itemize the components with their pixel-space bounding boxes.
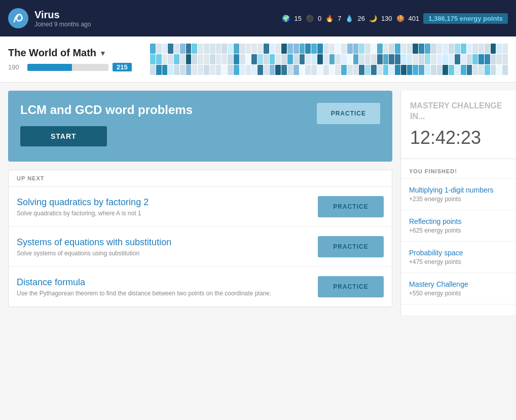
current-practice-button[interactable]: PRACTICE bbox=[317, 103, 380, 124]
finished-item-points: +625 energy points bbox=[409, 227, 508, 234]
mosaic-cell bbox=[359, 44, 364, 54]
badge-earth-icon: 🌍 bbox=[282, 15, 290, 22]
mosaic-cell bbox=[371, 65, 377, 75]
mosaic-cell bbox=[228, 65, 233, 75]
mosaic-cell bbox=[270, 44, 275, 54]
mosaic-cell bbox=[210, 44, 215, 54]
mosaic-cell bbox=[198, 54, 203, 64]
world-title[interactable]: The World of Math ▼ bbox=[8, 47, 140, 59]
mosaic-cell bbox=[485, 65, 490, 75]
mosaic-cell bbox=[246, 54, 251, 64]
badge-circle-icon: ⚫ bbox=[306, 15, 314, 22]
mosaic-cell bbox=[257, 54, 263, 64]
mosaic-cell bbox=[210, 54, 215, 64]
mosaic-cell bbox=[395, 65, 400, 75]
mosaic-cell bbox=[449, 44, 454, 54]
mosaic-cell bbox=[335, 44, 341, 54]
mosaic-cell bbox=[198, 65, 203, 75]
badge-earth-count: 15 bbox=[294, 15, 301, 22]
finished-item: Mastery Challenge +550 energy points bbox=[401, 273, 516, 304]
mosaic-cell bbox=[281, 54, 287, 64]
mosaic-cell bbox=[150, 65, 156, 75]
mosaic-cell bbox=[425, 65, 430, 75]
mosaic-cell bbox=[287, 54, 293, 64]
mosaic-cell bbox=[228, 54, 233, 64]
mosaic-cell bbox=[407, 65, 413, 75]
mosaic-cell bbox=[192, 65, 197, 75]
finished-item: Reflecting points +625 energy points bbox=[401, 210, 516, 242]
progress-fill bbox=[27, 64, 72, 71]
mosaic-cell bbox=[365, 44, 371, 54]
mosaic-cell bbox=[472, 54, 478, 64]
mosaic-cell bbox=[300, 44, 305, 54]
progress-bar-container: 190 215 bbox=[8, 63, 140, 71]
mosaic-cell bbox=[300, 54, 305, 64]
logo-icon bbox=[8, 8, 28, 28]
mosaic-cell bbox=[496, 54, 502, 64]
finished-item-title[interactable]: Reflecting points bbox=[409, 217, 508, 225]
mosaic-cell bbox=[222, 54, 227, 64]
mosaic-cell bbox=[251, 65, 257, 75]
mosaic-cell bbox=[329, 65, 335, 75]
mosaic-cell bbox=[496, 65, 502, 75]
mosaic-cell bbox=[353, 54, 359, 64]
mosaic-cell bbox=[395, 44, 400, 54]
energy-bar: 1,386,175 energy points bbox=[423, 13, 508, 24]
mosaic-cell bbox=[234, 44, 239, 54]
mosaic-cell bbox=[311, 54, 317, 64]
mosaic-cell bbox=[413, 65, 418, 75]
mosaic-cell bbox=[491, 44, 496, 54]
mosaic-cell bbox=[156, 44, 162, 54]
finished-list: Multiplying 1-digit numbers +235 energy … bbox=[401, 179, 516, 304]
mosaic-cell bbox=[150, 44, 156, 54]
mosaic-cell bbox=[413, 44, 418, 54]
exercise-item-title[interactable]: Distance formula bbox=[17, 277, 271, 288]
mosaic-cell bbox=[192, 44, 197, 54]
mosaic-cell bbox=[377, 54, 383, 64]
mosaic-cell bbox=[437, 44, 443, 54]
mosaic-cell bbox=[246, 65, 251, 75]
energy-points-label: energy points bbox=[460, 15, 503, 22]
exercise-item-title[interactable]: Solving quadratics by factoring 2 bbox=[17, 197, 149, 208]
practice-button-2[interactable]: PRACTICE bbox=[318, 276, 384, 297]
finished-item: Probability space +475 energy points bbox=[401, 242, 516, 273]
mosaic-cell bbox=[222, 65, 227, 75]
mastery-challenge-box: MASTERY CHALLENGE IN... 12:42:23 bbox=[401, 91, 516, 159]
you-finished-section: YOU FINISHED! Multiplying 1-digit number… bbox=[401, 159, 516, 304]
finished-item-points: +475 energy points bbox=[409, 258, 508, 265]
exercise-item: Systems of equations with substitution S… bbox=[9, 227, 392, 267]
mosaic-cell bbox=[287, 65, 293, 75]
practice-button-1[interactable]: PRACTICE bbox=[318, 236, 384, 257]
finished-item-title[interactable]: Probability space bbox=[409, 249, 508, 257]
finished-item-title[interactable]: Multiplying 1-digit numbers bbox=[409, 186, 508, 194]
exercise-item-title[interactable]: Systems of equations with substitution bbox=[17, 237, 171, 248]
exercise-item-desc: Solve systems of equations using substit… bbox=[17, 250, 171, 257]
mosaic-cell bbox=[491, 54, 496, 64]
badge-cookie-count: 401 bbox=[409, 15, 420, 22]
finished-item-title[interactable]: Mastery Challenge bbox=[409, 280, 508, 288]
finished-item-points: +550 energy points bbox=[409, 290, 508, 297]
mosaic-cell bbox=[311, 44, 317, 54]
mosaic-cell bbox=[305, 65, 311, 75]
progress-num-left: 190 bbox=[8, 63, 23, 71]
start-button[interactable]: START bbox=[20, 126, 107, 146]
mosaic-cell bbox=[251, 54, 257, 64]
mosaic-cell bbox=[419, 44, 424, 54]
mosaic-cell bbox=[329, 44, 335, 54]
mosaic-cell bbox=[341, 44, 347, 54]
mosaic-cell bbox=[491, 65, 496, 75]
mosaic-cell bbox=[234, 54, 239, 64]
mosaic-cell bbox=[323, 44, 329, 54]
mosaic-cell bbox=[437, 65, 443, 75]
mosaic-cell bbox=[246, 44, 251, 54]
exercise-item: Distance formula Use the Pythagorean the… bbox=[9, 267, 392, 307]
mosaic-cell bbox=[431, 54, 436, 64]
current-exercise: LCM and GCD word problems PRACTICE START bbox=[8, 91, 392, 162]
mosaic-cell bbox=[461, 44, 466, 54]
mosaic-cell bbox=[281, 44, 287, 54]
mosaic-cell bbox=[401, 65, 407, 75]
mosaic-cell bbox=[431, 44, 436, 54]
practice-button-0[interactable]: PRACTICE bbox=[318, 196, 384, 217]
mosaic-cell bbox=[240, 65, 245, 75]
mosaic-cell bbox=[478, 54, 484, 64]
